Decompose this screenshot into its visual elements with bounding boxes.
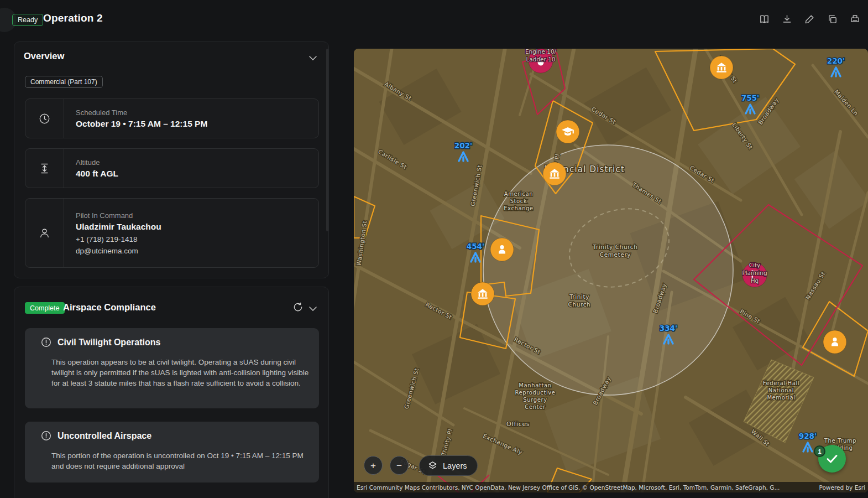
map-street-label: Exchange Aly: [482, 432, 524, 455]
map-marker-label: City: [749, 262, 761, 268]
altitude-label: Altitude: [76, 158, 118, 167]
advisory-title: Civil Twilight Operations: [57, 338, 160, 347]
map-street-label: Rector St: [425, 301, 453, 320]
scheduled-time-value: October 19 • 7:15 AM – 12:15 PM: [76, 119, 207, 129]
map-obstacle: 202': [454, 141, 472, 161]
pilot-email: dp@utcinema.com: [76, 247, 161, 255]
obstacle-height-label: 755': [741, 94, 759, 102]
map-poi-label: Stock: [510, 198, 527, 204]
scheduled-time-card: Scheduled Time October 19 • 7:15 AM – 12…: [25, 98, 319, 138]
map-marker-bank[interactable]: [710, 56, 733, 79]
map-building: [794, 151, 868, 229]
attribution-text: Esri Community Maps Contributors, NYC Op…: [357, 484, 780, 491]
map-poi-label: Offices: [506, 421, 530, 428]
overview-section: Overview Commercial (Part 107) Scheduled…: [14, 42, 329, 278]
map-building: [584, 68, 671, 147]
map-poi-label: Trinity: [569, 293, 589, 300]
map-poi-label: Cemetery: [600, 251, 631, 258]
pilot-card: Pilot In Command Uladzimir Taukachou +1 …: [25, 198, 319, 268]
alert-icon: [41, 337, 51, 347]
compliance-title: Airspace Compliance: [63, 302, 156, 313]
altitude-card: Altitude 400 ft AGL: [25, 148, 319, 188]
map-poi-label: Exchange: [504, 205, 534, 211]
obstacle-height-label: 454': [467, 242, 484, 251]
alert-icon: [41, 430, 51, 441]
obstacle-icon: [459, 152, 468, 161]
status-badge: Ready: [12, 14, 43, 26]
layers-button[interactable]: Layers: [419, 455, 478, 476]
map-street-label: Washington St: [355, 220, 368, 266]
overview-title: Overview: [24, 51, 64, 61]
map-street-label: Nassau St: [804, 271, 826, 301]
refresh-icon[interactable]: [292, 302, 304, 314]
advisory-title: Uncontrolled Airspace: [57, 431, 151, 441]
obstacle-height-label: 334': [660, 324, 677, 333]
powered-by-esri: Powered by Esri: [811, 484, 865, 491]
obstacle-height-label: 220': [827, 56, 845, 65]
zoom-in-button[interactable]: +: [364, 456, 383, 475]
map-marker-person[interactable]: [823, 330, 846, 354]
map-attribution: Esri Community Maps Contributors, NYC Op…: [354, 482, 868, 492]
scheduled-time-label: Scheduled Time: [76, 108, 207, 117]
map-street-label: Trinity Pl: [440, 428, 454, 456]
advisory-body: This portion of the operation is uncontr…: [51, 450, 311, 471]
map-canvas[interactable]: Albany StCarlisle StGreenwich StWashingt…: [354, 49, 868, 492]
compliance-section: Complete Airspace Compliance Civil Twili…: [14, 287, 329, 498]
page-title: Operation 2: [43, 12, 103, 24]
map-marker-label: Hq: [751, 277, 759, 284]
obstacle-height-label: 928': [799, 432, 817, 440]
altitude-icon: [25, 149, 64, 188]
chevron-down-icon[interactable]: [308, 305, 317, 310]
advisory-body: This operation appears to be at civil tw…: [51, 357, 311, 388]
obstacle-height-label: 202': [454, 141, 472, 150]
map-poi-label: National: [768, 387, 794, 393]
map-poi-label: Trinity Church: [593, 243, 638, 250]
person-icon: [490, 238, 514, 261]
obstacle-icon: [803, 443, 812, 452]
map-poi-label: Surgery: [523, 397, 547, 403]
duplicate-icon[interactable]: [827, 14, 838, 24]
zoom-out-button[interactable]: −: [390, 456, 409, 475]
edit-icon[interactable]: [804, 14, 815, 24]
map-poi-label: Center: [525, 404, 546, 410]
book-open-icon[interactable]: [759, 14, 770, 24]
clock-icon: [25, 99, 64, 138]
layers-icon: [427, 460, 438, 471]
map-marker-bank[interactable]: [543, 162, 566, 185]
map-marker-bank[interactable]: [471, 282, 494, 305]
person-icon: [25, 199, 64, 267]
complete-badge: Complete: [25, 302, 65, 314]
pilot-name: Uladzimir Taukachou: [76, 222, 161, 232]
advisory-civil-twilight: Civil Twilight Operations This operation…: [25, 328, 319, 408]
layers-label: Layers: [443, 461, 467, 470]
panel-scrollbar[interactable]: [326, 49, 328, 231]
check-count-badge: 1: [814, 445, 825, 457]
pilot-label: Pilot In Command: [76, 211, 161, 220]
map-poi-label: Manhattan: [519, 382, 551, 388]
print-icon[interactable]: [850, 14, 860, 24]
obstacle-icon: [471, 253, 480, 262]
pilot-phone: +1 (718) 219-1418: [76, 235, 161, 243]
map-marker-label: Planning: [742, 269, 767, 276]
operation-type-chip: Commercial (Part 107): [25, 76, 103, 88]
obstacle-icon: [832, 68, 840, 76]
app-root: Ready Operation 2 Overview Commercia: [0, 0, 868, 498]
map-marker-flag[interactable]: CityPlanningHq: [742, 262, 767, 287]
map-poi-label: The Trump: [824, 438, 856, 444]
map-poi-label: American: [504, 191, 533, 197]
map-marker-fire[interactable]: Engine 10/Ladder 10: [525, 49, 557, 73]
map-marker-person[interactable]: [490, 238, 514, 261]
map-street-label: Maiden Ln: [833, 89, 860, 117]
map-panel: Albany StCarlisle StGreenwich StWashingt…: [354, 49, 868, 492]
map-poi-label: Federal Hall: [763, 380, 799, 386]
map-poi-label: Reproductive: [515, 390, 555, 396]
map-poi-label: Church: [568, 301, 591, 308]
map-marker-school[interactable]: [556, 120, 579, 143]
map-marker-label: Ladder 10: [526, 56, 555, 63]
download-icon[interactable]: [782, 14, 792, 24]
header: Ready Operation 2: [0, 0, 868, 40]
header-actions: [759, 14, 860, 24]
advisory-uncontrolled-airspace: Uncontrolled Airspace This portion of th…: [25, 422, 319, 483]
map-street: [354, 49, 393, 336]
chevron-down-icon[interactable]: [308, 54, 317, 60]
